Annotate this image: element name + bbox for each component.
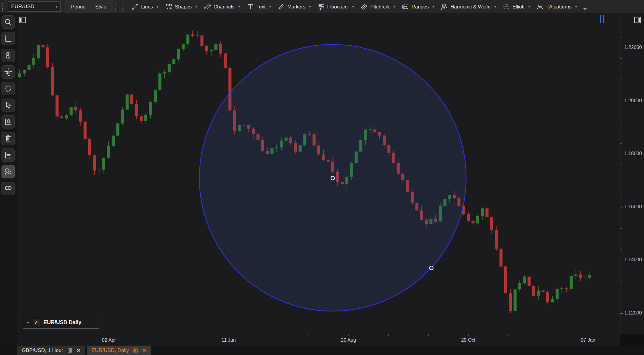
- time-axis[interactable]: 02 Apr11 Jun20 Aug29 Oct07 Jan: [17, 334, 620, 346]
- candle-body: [560, 288, 563, 289]
- time-axis-label: 29 Oct: [456, 337, 480, 343]
- series-legend[interactable]: ▾ ✓ EUR/USD Daily: [23, 316, 99, 329]
- price-axis-tick: [620, 154, 623, 154]
- drawing-handle[interactable]: [331, 176, 335, 180]
- time-axis-label: 07 Jan: [576, 337, 600, 343]
- candle-body: [32, 58, 35, 65]
- chevron-down-icon[interactable]: ▾: [528, 5, 530, 8]
- chevron-down-icon[interactable]: ▾: [27, 321, 29, 324]
- chart-tab-1[interactable]: GBP/USD, 1 Hour✕: [17, 346, 85, 355]
- sidebar-chart-axes-button[interactable]: [2, 32, 15, 45]
- price-axis-minor-tick: [620, 271, 622, 271]
- left-sidebar: v x1CD: [0, 13, 18, 355]
- time-axis-tick: [229, 334, 229, 336]
- candle-body: [574, 275, 577, 276]
- series-visibility-checkbox[interactable]: ✓: [33, 319, 40, 326]
- candle-body: [46, 47, 49, 67]
- candle-body: [23, 70, 26, 73]
- price-axis-minor-tick: [620, 37, 622, 37]
- tool-markers-button[interactable]: Markers▾: [274, 0, 314, 13]
- chevron-down-icon[interactable]: ▾: [269, 5, 271, 8]
- chart-area[interactable]: ▾ ✓ EUR/USD Daily: [17, 13, 620, 334]
- sidebar-axis-label-button[interactable]: v x: [2, 148, 15, 162]
- chevron-down-icon[interactable]: ▾: [309, 5, 311, 8]
- tab-label: GBP/USD, 1 Hour: [22, 347, 63, 353]
- chevron-down-icon[interactable]: ▾: [238, 5, 240, 8]
- tool-lines-button[interactable]: Lines▾: [128, 0, 162, 13]
- candle-body: [541, 291, 544, 292]
- symbol-select[interactable]: EUR/USD ▾: [8, 2, 61, 12]
- tool-fibonacci-button[interactable]: Fibonacci▾: [314, 0, 358, 13]
- price-axis-minor-tick: [620, 282, 622, 282]
- candle-body: [112, 135, 115, 146]
- candle-body: [490, 217, 493, 230]
- price-axis[interactable]: 1.220001.200001.180001.160001.140001.120…: [620, 13, 644, 334]
- tool-shapes-button[interactable]: Shapes▾: [162, 0, 201, 13]
- toolbar-grip-handle[interactable]: [0, 0, 4, 13]
- candle-body: [201, 35, 204, 46]
- tool-ranges-button[interactable]: Ranges▾: [398, 0, 437, 13]
- period-button[interactable]: Period: [67, 2, 89, 11]
- candle-body: [41, 45, 44, 47]
- time-axis-tick: [548, 334, 548, 336]
- candle-body: [56, 95, 59, 116]
- price-axis-minor-tick: [620, 58, 622, 59]
- tool-elliott-button[interactable]: (III)(II) I/VB/2 I/VElliott▾: [499, 0, 533, 13]
- tool-fibonacci-label: Fibonacci: [327, 4, 349, 10]
- chevron-down-icon[interactable]: ▾: [432, 5, 434, 8]
- panel-left-toggle-button[interactable]: [18, 16, 27, 25]
- channels-icon: [204, 3, 211, 10]
- svg-text:(II) I/V: (II) I/V: [503, 5, 508, 7]
- sidebar-search-button[interactable]: [2, 15, 15, 29]
- chevron-down-icon[interactable]: ▾: [195, 5, 197, 8]
- price-axis-minor-tick: [620, 122, 622, 122]
- drawing-toolbar-grip-handle[interactable]: [121, 0, 125, 13]
- close-icon[interactable]: ✕: [142, 347, 146, 353]
- chevron-down-icon[interactable]: ▾: [393, 5, 395, 8]
- candle-body: [196, 35, 199, 36]
- candle-body: [130, 94, 133, 104]
- chevron-down-icon[interactable]: ▾: [157, 5, 159, 8]
- tool-pitchfork-button[interactable]: Pitchfork▾: [357, 0, 398, 13]
- sidebar-pointer-button[interactable]: [2, 99, 15, 112]
- candle-body: [214, 44, 217, 50]
- panel-right-toggle-button[interactable]: [633, 16, 642, 25]
- tool-text-button[interactable]: Text▾: [244, 0, 274, 13]
- candle-body: [467, 214, 470, 220]
- tool-lines-label: Lines: [141, 4, 153, 10]
- close-icon[interactable]: ✕: [77, 347, 80, 353]
- chevron-down-icon[interactable]: ▾: [575, 5, 577, 8]
- time-axis-tick: [388, 334, 389, 336]
- sidebar-sync-button[interactable]: [2, 82, 15, 95]
- series-legend-label: EUR/USD Daily: [44, 319, 81, 326]
- sidebar-one-click-button[interactable]: 1: [2, 165, 15, 178]
- tab-window-icon[interactable]: [67, 348, 73, 353]
- tool-harmonic-button[interactable]: ABCDHarmonic & Wolfe▾: [437, 0, 499, 13]
- sidebar-pan-button[interactable]: [2, 65, 15, 79]
- chevron-down-icon[interactable]: ▾: [494, 5, 496, 8]
- tool-harmonic-label: Harmonic & Wolfe: [450, 4, 491, 10]
- candle-body: [126, 94, 129, 109]
- collapse-toolbar-button[interactable]: [582, 1, 588, 12]
- chart-tab-2-active[interactable]: EUR/USD, Daily✕: [87, 346, 151, 355]
- tool-ta-patterns-button[interactable]: TA patterns▾: [533, 0, 580, 13]
- sidebar-cd-button[interactable]: CD: [2, 182, 15, 195]
- price-axis-minor-tick: [620, 133, 622, 133]
- tool-channels-button[interactable]: Channels▾: [201, 0, 244, 13]
- tab-window-icon[interactable]: [133, 348, 138, 353]
- toolbar-grip-handle[interactable]: [113, 0, 117, 13]
- candle-body: [579, 275, 582, 278]
- sidebar-layers-button[interactable]: [2, 115, 15, 129]
- candle-body: [509, 293, 512, 311]
- sidebar-delete-button[interactable]: [2, 132, 15, 145]
- candlestick-chart[interactable]: [17, 13, 620, 334]
- price-axis-label: 1.16000: [624, 204, 642, 210]
- candle-body: [88, 139, 91, 155]
- sidebar-mouse-mode-button[interactable]: [2, 49, 15, 62]
- style-button[interactable]: Style: [92, 2, 110, 11]
- candle-body: [28, 65, 31, 70]
- drawing-handle[interactable]: [430, 266, 433, 270]
- price-axis-minor-tick: [620, 143, 622, 144]
- candle-body: [102, 158, 105, 170]
- chevron-down-icon[interactable]: ▾: [352, 5, 354, 8]
